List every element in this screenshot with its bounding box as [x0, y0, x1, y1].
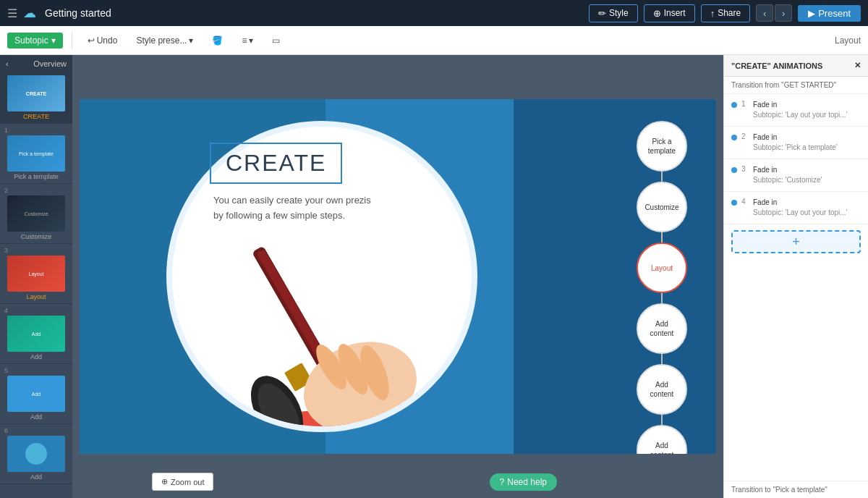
overview-label: Overview	[33, 59, 67, 68]
present-play-icon: ▶	[808, 8, 815, 19]
bubble-5[interactable]: Addcontent	[637, 425, 687, 454]
style-preset-button[interactable]: Style prese... ▾	[129, 32, 200, 49]
canvas-title: CREATE	[226, 150, 326, 176]
slide-thumb-5[interactable]: 5 Add Add	[0, 364, 72, 424]
slide-thumb-2[interactable]: 2 Customize Customize	[0, 184, 72, 244]
slide-thumb-create[interactable]: CREATE CREATE	[0, 72, 72, 124]
prev-arrow[interactable]: ‹	[756, 4, 773, 22]
need-help-label: Need help	[507, 477, 547, 487]
panel-arrow-left[interactable]: ‹	[6, 59, 9, 68]
slide-thumb-4[interactable]: 4 Add Add	[0, 304, 72, 364]
animation-item-4: 4 Fade in Subtopic: 'Lay out your topi..…	[724, 192, 868, 224]
slide-create-label: CREATE	[23, 113, 49, 120]
canvas-title-box[interactable]: CREATE	[210, 143, 342, 184]
right-panel-subtitle: Transition from "GET STARTED"	[724, 77, 868, 94]
canvas-slide[interactable]: CREATE You can easily create your own pr…	[80, 99, 716, 454]
undo-button[interactable]: ↩ Undo	[81, 32, 124, 49]
bubbles-container: Pick atemplate Customize Layout Addconte…	[637, 121, 687, 454]
bubble-line-4	[661, 415, 663, 425]
hamburger-icon[interactable]: ☰	[7, 7, 17, 20]
right-panel-header: "CREATE" ANIMATIONS ✕	[724, 55, 868, 77]
slide-5-img: Add	[7, 376, 65, 412]
main-layout: ‹ Overview CREATE CREATE 1 Pick a templa…	[0, 55, 868, 498]
share-label: Share	[718, 8, 741, 18]
bubble-4[interactable]: Addcontent	[637, 364, 687, 415]
style-preset-dropdown-icon: ▾	[189, 35, 193, 46]
share-icon: ↑	[710, 8, 715, 19]
share-button[interactable]: ↑ Share	[701, 4, 751, 22]
slide-num-1: 1	[4, 127, 8, 134]
layout-toggle-button[interactable]: ▭	[265, 32, 286, 49]
animation-item-2: 2 Fade in Subtopic: 'Pick a template'	[724, 127, 868, 159]
style-label: Style	[609, 8, 629, 18]
layout-toggle-icon: ▭	[272, 35, 280, 46]
slide-num-3: 3	[4, 247, 8, 254]
bubble-2[interactable]: Layout	[637, 242, 687, 293]
lines-icon: ≡	[242, 35, 247, 46]
app-title: Getting started	[45, 7, 583, 19]
right-panel: "CREATE" ANIMATIONS ✕ Transition from "G…	[723, 55, 868, 498]
lines-dropdown-icon: ▾	[249, 35, 253, 46]
slide-4-img: Add	[7, 316, 65, 352]
animation-bullet-4	[731, 200, 737, 206]
zoom-out-label: Zoom out	[171, 478, 204, 486]
nav-arrows: ‹ ›	[756, 4, 792, 22]
insert-button[interactable]: ⊕ Insert	[644, 4, 695, 22]
color-bucket-button[interactable]: 🪣	[205, 32, 229, 49]
animation-text-2[interactable]: Fade in Subtopic: 'Pick a template'	[753, 132, 838, 153]
need-help-button[interactable]: ? Need help	[490, 473, 557, 491]
slide-create-img: CREATE	[7, 75, 65, 111]
next-arrow[interactable]: ›	[775, 4, 792, 22]
top-nav: ☰ ☁ Getting started ✏ Style ⊕ Insert ↑ S…	[0, 0, 868, 26]
slide-1-img: Pick a template	[7, 135, 65, 172]
undo-icon: ↩	[88, 35, 95, 46]
zoom-out-button[interactable]: ⊕ Zoom out	[152, 473, 213, 491]
slide-3-img: Layout	[7, 256, 65, 292]
insert-icon: ⊕	[653, 8, 661, 19]
slide-6-label: Add	[30, 473, 42, 481]
slide-num-2: 2	[4, 187, 8, 194]
animation-text-3[interactable]: Fade in Subtopic: 'Customize'	[753, 165, 822, 185]
bubble-line-1	[661, 232, 663, 242]
bubble-1[interactable]: Customize	[637, 182, 687, 232]
present-button[interactable]: ▶ Present	[798, 5, 861, 22]
animation-text-4[interactable]: Fade in Subtopic: 'Lay out your topi...'	[753, 198, 848, 218]
animation-bullet-1	[731, 102, 737, 108]
present-label: Present	[818, 8, 851, 19]
bubble-line-3	[661, 354, 663, 364]
style-preset-label: Style prese...	[136, 35, 187, 46]
slide-1-label: Pick a template	[14, 173, 59, 180]
canvas-area: CREATE You can easily create your own pr…	[72, 55, 723, 498]
panel-header: ‹ Overview	[0, 55, 72, 72]
bubble-0[interactable]: Pick atemplate	[637, 121, 687, 172]
need-help-icon: ?	[500, 477, 505, 487]
slide-5-label: Add	[30, 413, 42, 421]
animation-item-1: 1 Fade in Subtopic: 'Lay out your topi..…	[724, 94, 868, 127]
animation-num-4: 4	[741, 198, 749, 206]
animation-item-3: 3 Fade in Subtopic: 'Customize'	[724, 159, 868, 192]
add-animation-button[interactable]: +	[731, 230, 861, 253]
style-button[interactable]: ✏ Style	[589, 4, 638, 22]
slide-num-5: 5	[4, 367, 8, 374]
slide-num-6: 6	[4, 427, 8, 434]
lines-button[interactable]: ≡ ▾	[235, 32, 260, 49]
animation-bullet-3	[731, 167, 737, 173]
slide-thumb-1[interactable]: 1 Pick a template Pick a template	[0, 124, 72, 184]
slide-thumb-6[interactable]: 6 Add	[0, 424, 72, 484]
subtopic-dropdown-icon: ▾	[51, 35, 56, 46]
slide-thumb-3[interactable]: 3 Layout Layout	[0, 244, 72, 304]
zoom-out-icon: ⊕	[161, 477, 168, 486]
right-panel-footer: Transition to "Pick a template"	[724, 481, 868, 498]
slide-3-label: Layout	[26, 293, 46, 300]
toolbar-divider-1	[72, 32, 72, 49]
bubble-3[interactable]: Addcontent	[637, 303, 687, 354]
close-icon[interactable]: ✕	[854, 61, 861, 70]
logo-icon: ☁	[23, 5, 36, 21]
slide-4-label: Add	[30, 353, 42, 360]
left-panel: ‹ Overview CREATE CREATE 1 Pick a templa…	[0, 55, 72, 498]
thumb-create-text: CREATE	[26, 91, 46, 96]
subtopic-button[interactable]: Subtopic ▾	[7, 33, 63, 48]
animation-text-1[interactable]: Fade in Subtopic: 'Lay out your topi...'	[753, 100, 848, 120]
slide-6-img	[7, 436, 65, 472]
color-bucket-icon: 🪣	[212, 35, 223, 46]
